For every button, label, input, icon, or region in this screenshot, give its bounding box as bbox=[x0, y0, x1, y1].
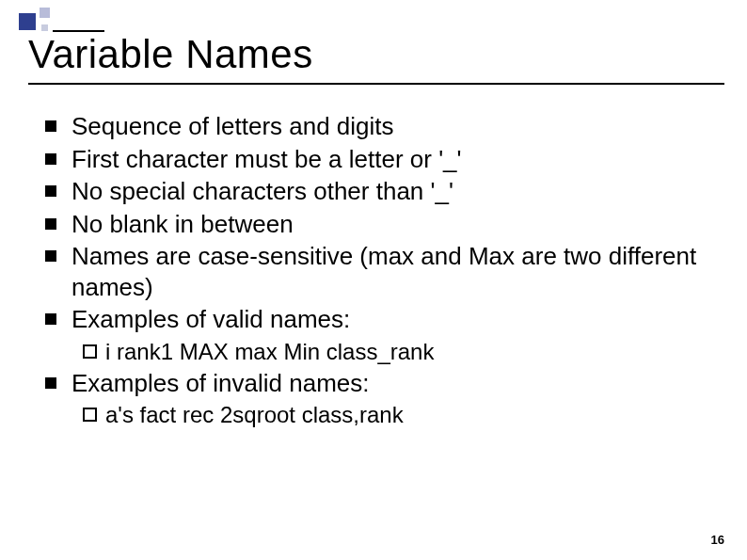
bullet-item: No special characters other than '_' bbox=[45, 176, 719, 207]
sub-bullet-list: a's fact rec 2sqroot class,rank bbox=[72, 400, 719, 429]
bullet-item: Names are case-sensitive (max and Max ar… bbox=[45, 241, 719, 302]
bullet-text: Examples of invalid names: bbox=[72, 369, 369, 397]
sub-bullet-item: a's fact rec 2sqroot class,rank bbox=[83, 400, 719, 429]
decoration-square-large bbox=[19, 13, 36, 30]
bullet-item: No blank in between bbox=[45, 209, 719, 240]
bullet-item: Examples of invalid names: a's fact rec … bbox=[45, 368, 719, 430]
page-number: 16 bbox=[711, 533, 724, 547]
bullet-text: Examples of valid names: bbox=[72, 305, 350, 333]
decoration-square-small bbox=[41, 24, 48, 31]
bullet-item: Sequence of letters and digits bbox=[45, 111, 719, 142]
bullet-item: Examples of valid names: i rank1 MAX max… bbox=[45, 304, 719, 366]
decoration-square-medium bbox=[40, 8, 50, 18]
sub-bullet-item: i rank1 MAX max Min class_rank bbox=[83, 337, 719, 366]
decoration-line bbox=[53, 30, 104, 32]
content-area: Sequence of letters and digits First cha… bbox=[0, 85, 747, 429]
bullet-list: Sequence of letters and digits First cha… bbox=[45, 111, 719, 429]
sub-bullet-list: i rank1 MAX max Min class_rank bbox=[72, 337, 719, 366]
slide-title: Variable Names bbox=[28, 32, 728, 77]
bullet-item: First character must be a letter or '_' bbox=[45, 144, 719, 175]
corner-decoration bbox=[19, 8, 122, 34]
